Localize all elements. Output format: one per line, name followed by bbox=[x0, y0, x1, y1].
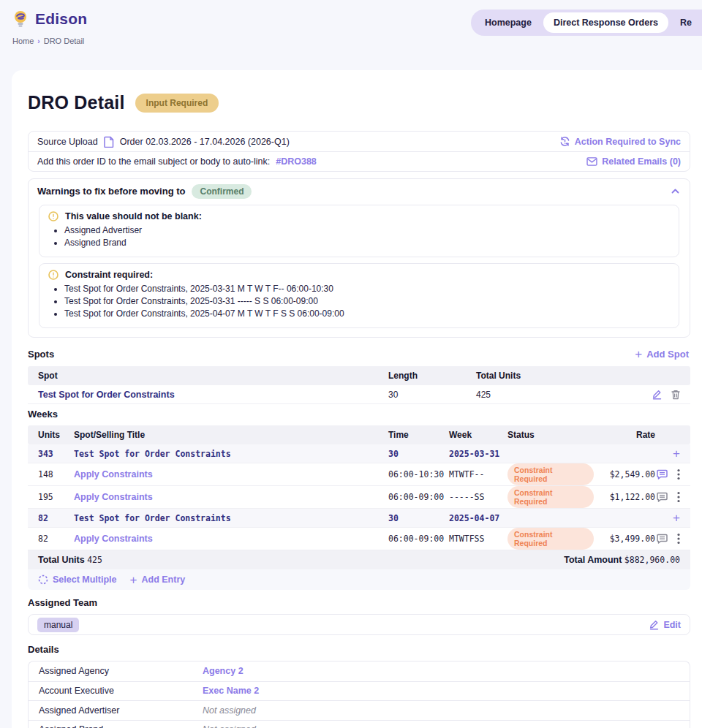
weeks-rows: 343Test Spot for Order Constraints302025… bbox=[28, 444, 690, 550]
weeks-col-units: Units bbox=[38, 430, 74, 440]
time-cell: 06:00-09:00 bbox=[388, 534, 449, 544]
week-cell: MTWTF-- bbox=[449, 469, 507, 479]
order-id-link[interactable]: #DRO388 bbox=[276, 156, 317, 167]
row-actions: + bbox=[655, 447, 680, 460]
add-spot-button[interactable]: + Add Spot bbox=[635, 348, 689, 360]
spot-title-link[interactable]: Test Spot for Order Constraints bbox=[74, 513, 388, 523]
weeks-group-row: 82Test Spot for Order Constraints302025-… bbox=[28, 509, 690, 528]
comment-button[interactable] bbox=[657, 534, 668, 544]
nav-tab-homepage[interactable]: Homepage bbox=[475, 12, 542, 33]
detail-label: Assigned Agency bbox=[39, 666, 203, 676]
row-actions bbox=[655, 469, 680, 480]
nav-tab-direct-response-orders[interactable]: Direct Response Orders bbox=[543, 12, 668, 33]
time-cell: 30 bbox=[388, 449, 449, 459]
spot-total-units: 425 bbox=[476, 390, 638, 400]
comment-button[interactable] bbox=[657, 469, 668, 479]
row-actions: + bbox=[655, 512, 680, 524]
week-cell: 2025-04-07 bbox=[449, 513, 507, 523]
detail-value[interactable]: Exec Name 2 bbox=[203, 686, 679, 696]
detail-value: Not assigned bbox=[203, 724, 679, 728]
team-tag: manual bbox=[37, 618, 79, 632]
edit-spot-button[interactable] bbox=[652, 390, 662, 400]
warning-item: Test Spot for Order Constraints, 2025-03… bbox=[64, 296, 670, 306]
time-cell: 06:00-09:00 bbox=[388, 492, 449, 502]
warning-group: Constraint required:Test Spot for Order … bbox=[39, 263, 679, 328]
kebab-menu-icon bbox=[677, 469, 680, 480]
warning-item: Test Spot for Order Constraints, 2025-04… bbox=[64, 308, 670, 319]
constraint-required-badge: Constraint Required bbox=[507, 463, 594, 485]
apply-constraints-link[interactable]: Apply Constraints bbox=[74, 469, 388, 479]
plus-icon: + bbox=[130, 574, 137, 586]
warning-group-text: This value should not be blank: bbox=[65, 211, 202, 221]
comment-icon bbox=[657, 492, 668, 502]
warning-group: This value should not be blank:Assigned … bbox=[39, 205, 679, 257]
spots-col-total-units: Total Units bbox=[476, 371, 638, 381]
weeks-col-title: Spot/Selling Title bbox=[74, 430, 388, 440]
weeks-col-rate: Rate bbox=[594, 430, 655, 440]
top-bar: Edison HomepageDirect Response OrdersRe … bbox=[0, 0, 702, 70]
rate-cell: $1,122.00 bbox=[594, 492, 655, 502]
total-units-value: 425 bbox=[87, 555, 102, 565]
order-file-link[interactable]: Order 02.03.2026 - 17.04.2026 (2026-Q1) bbox=[120, 137, 290, 147]
detail-label: Assigned Advertiser bbox=[39, 705, 203, 716]
action-required-sync-link[interactable]: Action Required to Sync bbox=[559, 136, 681, 147]
pencil-icon bbox=[649, 620, 659, 630]
add-week-entry-button[interactable]: + bbox=[673, 447, 680, 460]
spots-col-spot: Spot bbox=[38, 371, 388, 381]
edit-team-button[interactable]: Edit bbox=[649, 620, 681, 630]
autolink-text: Add this order ID to the email subject o… bbox=[37, 156, 270, 167]
week-cell: MTWTFSS bbox=[449, 534, 507, 544]
spots-col-length: Length bbox=[388, 371, 476, 381]
apply-constraints-link[interactable]: Apply Constraints bbox=[74, 492, 388, 502]
row-menu-button[interactable] bbox=[677, 469, 680, 480]
main-card: DRO Detail Input Required Source Upload … bbox=[12, 70, 702, 728]
assigned-team-box: manual Edit bbox=[28, 614, 690, 635]
weeks-detail-row: 82Apply Constraints06:00-09:00MTWTFSSCon… bbox=[28, 528, 690, 550]
collapse-warnings-button[interactable] bbox=[670, 187, 681, 195]
spot-name-link[interactable]: Test Spot for Order Constraints bbox=[38, 390, 388, 400]
spot-title-link[interactable]: Test Spot for Order Constraints bbox=[74, 449, 388, 459]
row-menu-button[interactable] bbox=[677, 533, 680, 545]
warning-item: Assigned Brand bbox=[64, 238, 670, 248]
warning-items: Assigned AdvertiserAssigned Brand bbox=[64, 225, 670, 248]
warning-group-title: Constraint required: bbox=[48, 270, 670, 280]
warnings-title: Warnings to fix before moving to bbox=[37, 186, 185, 197]
status-cell: Constraint Required bbox=[507, 463, 594, 485]
plus-icon: + bbox=[673, 447, 680, 460]
warnings-box: Warnings to fix before moving to Confirm… bbox=[28, 178, 690, 338]
total-units-label: Total Units bbox=[38, 555, 85, 565]
kebab-menu-icon bbox=[677, 533, 680, 545]
row-actions bbox=[655, 491, 680, 503]
details-heading: Details bbox=[28, 644, 59, 655]
pencil-icon bbox=[652, 390, 662, 400]
page-title: DRO Detail bbox=[28, 92, 125, 113]
lightbulb-logo-icon bbox=[12, 10, 29, 28]
total-amount-value: $882,960.00 bbox=[624, 555, 680, 565]
nav-tab-re[interactable]: Re bbox=[670, 12, 702, 33]
select-multiple-button[interactable]: Select Multiple bbox=[38, 575, 117, 585]
week-cell: 2025-03-31 bbox=[449, 449, 507, 459]
file-icon[interactable] bbox=[104, 136, 114, 148]
add-entry-button[interactable]: + Add Entry bbox=[130, 574, 186, 586]
breadcrumb-chevron-icon: › bbox=[37, 37, 39, 45]
units-cell: 82 bbox=[38, 534, 74, 544]
warning-group-text: Constraint required: bbox=[65, 270, 153, 280]
related-emails-link[interactable]: Related Emails (0) bbox=[586, 156, 681, 167]
comment-icon bbox=[657, 469, 668, 479]
spot-row-actions bbox=[638, 390, 680, 400]
detail-value[interactable]: Agency 2 bbox=[203, 666, 679, 676]
warning-group-title: This value should not be blank: bbox=[48, 211, 670, 221]
row-menu-button[interactable] bbox=[677, 491, 680, 503]
spots-heading: Spots bbox=[28, 349, 54, 360]
units-cell: 343 bbox=[38, 449, 74, 459]
delete-spot-button[interactable] bbox=[671, 390, 680, 400]
dashed-circle-icon bbox=[38, 575, 48, 585]
apply-constraints-link[interactable]: Apply Constraints bbox=[74, 534, 388, 544]
weeks-actions-row: Select Multiple + Add Entry bbox=[28, 569, 690, 590]
breadcrumb-home-link[interactable]: Home bbox=[12, 37, 34, 45]
add-week-entry-button[interactable]: + bbox=[673, 512, 680, 524]
plus-icon: + bbox=[635, 348, 642, 360]
comment-button[interactable] bbox=[657, 492, 668, 502]
detail-row: Account ExecutiveExec Name 2 bbox=[29, 681, 690, 701]
spots-rows: Test Spot for Order Constraints30425 bbox=[28, 385, 690, 404]
